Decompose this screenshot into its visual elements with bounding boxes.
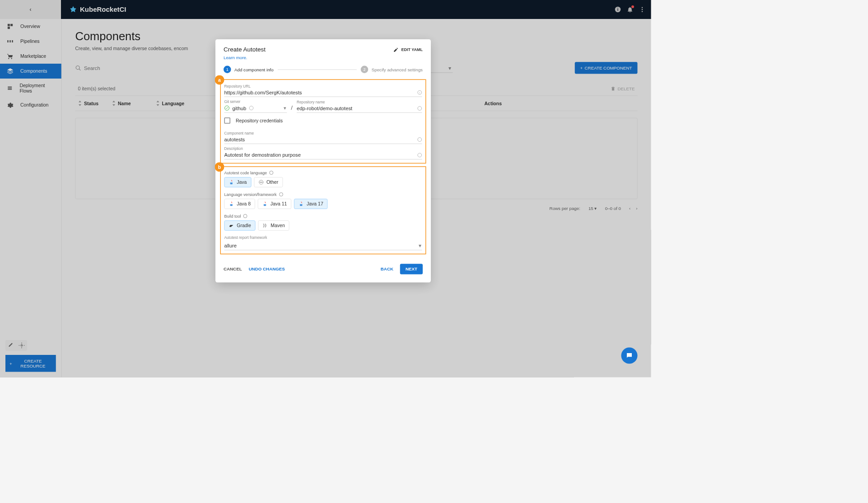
callout-a: a [215,75,224,85]
sidebar-item-label: Configuration [20,102,48,108]
kebab-icon[interactable] [639,6,646,13]
sort-icon[interactable] [156,101,160,106]
component-name-input[interactable] [224,135,422,144]
info-icon[interactable] [269,170,274,175]
chip-other[interactable]: Other [254,177,283,187]
sidebar-item-marketplace[interactable]: Marketplace [0,49,61,64]
edit-yaml-button[interactable]: EDIT YAML [393,47,423,52]
flow-icon [7,85,13,92]
svg-rect-5 [8,24,10,26]
sidebar-item-components[interactable]: Components [0,64,61,79]
chevron-down-icon: ▾ [284,105,287,112]
layers-icon [7,68,14,75]
chip-java[interactable]: Java [224,177,252,187]
chevron-down-icon: ▾ [419,242,422,248]
info-icon[interactable] [417,137,422,142]
field-label: Description [224,147,422,151]
chat-icon [625,352,633,359]
column-header[interactable]: Status [84,101,98,106]
bell-icon[interactable] [627,6,634,13]
column-header: Actions [485,101,502,106]
svg-point-14 [21,345,22,346]
svg-rect-11 [8,87,12,88]
sort-icon[interactable] [78,101,82,106]
button-label: DELETE [618,86,635,91]
button-label: EDIT YAML [401,47,423,52]
description-input[interactable] [224,151,422,160]
chip-java-11[interactable]: Java 11 [258,199,291,209]
column-header[interactable]: Language [162,101,185,106]
sidebar-item-label: Pipelines [20,39,40,44]
svg-point-21 [418,107,422,111]
chip-java-8[interactable]: Java 8 [224,199,255,209]
svg-rect-7 [8,27,10,29]
plus-icon: + [580,65,583,70]
learn-more-link[interactable]: Learn more. [215,53,431,66]
svg-point-20 [249,106,253,110]
create-component-button[interactable]: + CREATE COMPONENT [574,62,637,74]
cancel-button[interactable]: CANCEL [224,266,242,271]
info-icon[interactable]: i [417,90,422,95]
svg-point-15 [76,65,79,69]
search-icon [75,65,82,71]
field-label: Autotest report framework [224,235,422,239]
sidebar-item-label: Deployment Flows [19,83,54,93]
info-icon[interactable] [417,106,422,111]
info-icon[interactable] [243,214,248,219]
sort-icon[interactable] [112,101,116,106]
chat-fab[interactable] [621,348,638,364]
header-collapse[interactable]: ‹ [0,0,61,19]
column-header[interactable]: Name [118,101,131,106]
next-button[interactable]: NEXT [400,264,423,274]
chevron-down-icon: ▾ [448,65,451,71]
plus-icon: + [9,361,12,366]
search-input[interactable] [84,65,149,71]
brand[interactable]: KubeRocketCI [69,5,126,14]
callout-b: b [215,162,224,172]
brand-text: KubeRocketCI [80,5,126,13]
svg-point-2 [642,7,643,8]
sidebar-item-pipelines[interactable]: Pipelines [0,34,61,49]
repo-url-input[interactable] [224,88,422,97]
brush-icon[interactable] [7,341,15,349]
svg-rect-9 [9,40,11,42]
git-server-select[interactable]: github ▾ [224,104,287,113]
sidebar-item-configuration[interactable]: Configuration [0,98,61,112]
prev-page-icon[interactable]: ‹ [629,206,630,211]
svg-rect-13 [8,89,12,90]
gear-icon [7,102,14,108]
language-section: b Autotest code language JavaOther Langu… [220,166,426,254]
delete-button[interactable]: DELETE [611,86,635,92]
svg-point-23 [418,153,422,157]
svg-rect-8 [7,40,9,42]
section-label: Language version/framework [224,192,277,197]
credentials-checkbox[interactable] [224,117,231,124]
sidebar: Overview Pipelines Marketplace Component… [0,19,62,377]
info-icon[interactable] [279,192,284,197]
repo-name-input[interactable] [297,104,422,113]
step-2-label: Specify advanced settings [372,67,423,72]
svg-point-3 [642,9,643,10]
svg-rect-10 [12,40,13,42]
next-page-icon[interactable]: › [636,206,637,211]
back-button[interactable]: BACK [381,266,393,271]
create-resource-button[interactable]: + CREATE RESOURCE [5,355,56,372]
svg-line-16 [79,69,80,70]
trash-icon [611,86,616,91]
info-icon[interactable]: i [615,6,621,13]
step-1-label: Add component info [234,67,274,72]
sidebar-item-overview[interactable]: Overview [0,19,61,34]
create-autotest-modal: Create Autotest EDIT YAML Learn more. 1 … [215,39,431,283]
svg-point-24 [270,171,273,175]
button-label: CREATE RESOURCE [14,359,52,369]
chip-java-17[interactable]: Java 17 [294,199,327,209]
settings-icon[interactable] [18,341,26,349]
undo-button[interactable]: UNDO CHANGES [249,266,285,271]
chip-maven[interactable]: Maven [258,220,289,231]
check-icon [224,105,230,111]
info-icon[interactable] [417,153,422,158]
chip-gradle[interactable]: Gradle [224,220,256,231]
rows-select[interactable]: 15 ▾ [588,206,597,211]
report-framework-select[interactable]: allure ▾ [224,241,422,250]
sidebar-item-deployment[interactable]: Deployment Flows [0,79,61,98]
